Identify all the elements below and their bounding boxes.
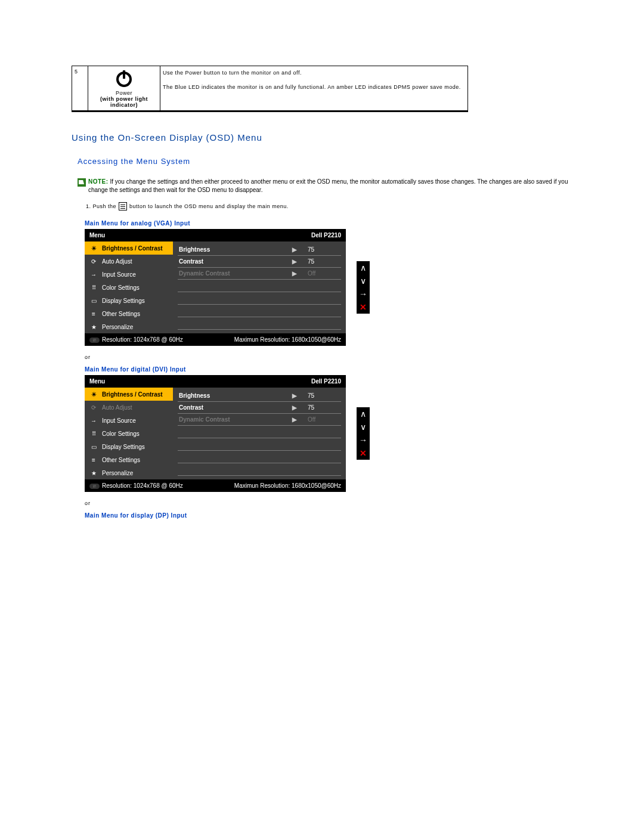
osd-item-auto-adjust[interactable]: ⟳ Auto Adjust [85,255,173,268]
osd-menu-label: Menu [89,378,105,385]
osd-right-brightness[interactable]: Brightness ▶ 75 [178,390,341,402]
down-button[interactable]: ∨ [357,420,370,433]
osd-side-buttons: ∧ ∨ → ✕ [357,261,370,314]
other-settings-icon: ≡ [89,456,98,464]
power-description: Use the Power button to turn the monitor… [160,66,468,112]
power-icon [114,69,134,88]
note-label: NOTE: [88,178,109,185]
osd-vga-panel: Menu Dell P2210 ☀ Brightness / Contrast … [85,229,346,346]
osd-item-other-settings[interactable]: ≡ Other Settings [85,307,173,320]
display-settings-icon: ▭ [89,296,98,305]
dvi-badge: ⎚ [89,484,100,489]
osd-right-dynamic-contrast: Dynamic Contrast ▶ Off [178,268,341,280]
subsection-heading: Accessing the Menu System [78,157,572,166]
enter-button[interactable]: → [357,287,370,301]
vga-badge: ⎚ [89,337,100,343]
osd-resolution: Resolution: 1024x768 @ 60Hz [102,482,183,489]
dp-menu-label: Main Menu for display (DP) Input [85,512,572,519]
osd-right-contrast[interactable]: Contrast ▶ 75 [178,402,341,414]
osd-model: Dell P2210 [311,232,341,239]
note-text: If you change the settings and then eith… [88,178,568,193]
menu-button-icon [119,202,127,210]
auto-adjust-icon: ⟳ [89,257,98,265]
osd-item-display-settings[interactable]: ▭ Display Settings [85,440,173,453]
osd-item-other-settings[interactable]: ≡ Other Settings [85,453,173,466]
svg-rect-1 [123,70,125,79]
power-button-table: 5 Power (with power light indicator) Use… [72,66,468,112]
color-settings-icon: ⠿ [89,283,98,292]
power-icon-cell: Power (with power light indicator) [88,66,160,112]
sun-icon: ☀ [89,390,98,398]
row-number: 5 [72,66,88,112]
osd-item-auto-adjust: ⟳ Auto Adjust [85,401,173,414]
sun-icon: ☀ [89,244,98,252]
osd-item-input-source[interactable]: → Input Source [85,268,173,281]
note-block: NOTE: If you change the settings and the… [78,178,572,194]
osd-item-personalize[interactable]: ★ Personalize [85,466,173,479]
osd-model: Dell P2210 [311,378,341,385]
osd-resolution: Resolution: 1024x768 @ 60Hz [102,336,183,343]
or-label-1: or [85,354,572,360]
other-settings-icon: ≡ [89,309,98,318]
close-button[interactable]: ✕ [357,301,370,314]
osd-side-buttons: ∧ ∨ → ✕ [357,407,370,460]
osd-item-display-settings[interactable]: ▭ Display Settings [85,294,173,307]
osd-item-personalize[interactable]: ★ Personalize [85,320,173,333]
or-label-2: or [85,500,572,506]
osd-right-dynamic-contrast: Dynamic Contrast ▶ Off [178,414,341,426]
vga-menu-label: Main Menu for analog (VGA) Input [85,220,572,227]
input-source-icon: → [89,416,98,425]
osd-menu-label: Menu [89,232,105,239]
star-icon: ★ [89,323,98,331]
up-button[interactable]: ∧ [357,261,370,274]
osd-item-input-source[interactable]: → Input Source [85,414,173,427]
dvi-menu-label: Main Menu for digital (DVI) Input [85,366,572,373]
input-source-icon: → [89,270,98,278]
osd-item-color-settings[interactable]: ⠿ Color Settings [85,281,173,294]
auto-adjust-icon: ⟳ [89,403,98,411]
osd-right-contrast[interactable]: Contrast ▶ 75 [178,256,341,268]
section-heading: Using the On-Screen Display (OSD) Menu [72,132,572,143]
display-settings-icon: ▭ [89,442,98,451]
star-icon: ★ [89,469,98,477]
osd-max-resolution: Maximun Resolution: 1680x1050@60Hz [234,336,341,343]
osd-dvi-panel: Menu Dell P2210 ☀ Brightness / Contrast … [85,375,346,492]
osd-item-brightness-contrast[interactable]: ☀ Brightness / Contrast [85,241,173,255]
note-icon [78,178,86,187]
osd-right-brightness[interactable]: Brightness ▶ 75 [178,244,341,256]
osd-max-resolution: Maximun Resolution: 1680x1050@60Hz [234,482,341,489]
osd-item-brightness-contrast[interactable]: ☀ Brightness / Contrast [85,388,173,401]
osd-item-color-settings[interactable]: ⠿ Color Settings [85,427,173,440]
color-settings-icon: ⠿ [89,429,98,438]
power-caption: Power (with power light indicator) [91,90,157,108]
step-1: 1. Push the button to launch the OSD men… [86,202,572,210]
down-button[interactable]: ∨ [357,274,370,287]
enter-button[interactable]: → [357,433,370,447]
close-button[interactable]: ✕ [357,447,370,460]
up-button[interactable]: ∧ [357,407,370,420]
